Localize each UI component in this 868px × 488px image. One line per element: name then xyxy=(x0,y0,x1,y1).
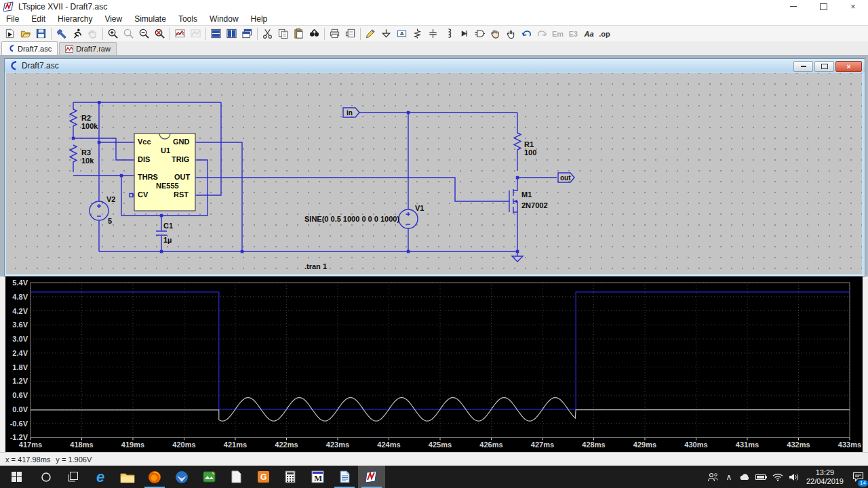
inner-minimize-button[interactable] xyxy=(793,61,813,72)
menu-tools[interactable]: Tools xyxy=(172,14,203,24)
taskbar-file-explorer[interactable] xyxy=(114,466,141,488)
tile-horizontal-icon[interactable] xyxy=(208,26,224,41)
menu-view[interactable]: View xyxy=(98,14,128,24)
u1-part-number[interactable]: NE555 xyxy=(156,182,179,190)
component-c1-value[interactable]: 1µ xyxy=(163,236,172,244)
em-icon: Em xyxy=(550,26,566,41)
taskbar-calculator[interactable] xyxy=(277,466,304,488)
component-v2-name[interactable]: V2 xyxy=(106,195,115,203)
u1-pin-vcc: Vcc xyxy=(138,138,151,146)
net-label-out[interactable]: out xyxy=(560,174,571,182)
paste-icon[interactable] xyxy=(291,26,307,41)
taskbar-ltspice[interactable] xyxy=(358,466,385,488)
inductor-icon[interactable] xyxy=(441,26,456,41)
trace-out-gated-sine xyxy=(31,398,850,422)
find-icon[interactable] xyxy=(307,26,322,41)
inner-maximize-button[interactable] xyxy=(814,61,834,72)
component-v1-name[interactable]: V1 xyxy=(415,204,424,212)
wire-pencil-icon[interactable] xyxy=(363,26,378,41)
zoom-out-icon[interactable] xyxy=(136,26,152,41)
control-panel-hammer-icon[interactable] xyxy=(54,26,69,41)
text-icon[interactable]: Aa xyxy=(581,26,597,41)
u1-pin-trig: TRIG xyxy=(172,156,189,163)
menu-hierarchy[interactable]: Hierarchy xyxy=(52,14,98,24)
new-schematic-icon[interactable] xyxy=(2,26,18,41)
component-m1-value[interactable]: 2N7002 xyxy=(521,201,548,209)
taskbar-firefox[interactable] xyxy=(141,466,168,488)
svg-text:3.6V: 3.6V xyxy=(12,321,28,329)
capacitor-icon[interactable] xyxy=(425,26,441,41)
schematic-canvas[interactable]: R2100k R310k V2 5 C1 1µ V1 SINE(0 0.5 10… xyxy=(6,73,862,274)
diode-icon[interactable] xyxy=(456,26,472,41)
close-button[interactable]: × xyxy=(838,0,868,13)
component-r2[interactable]: R2100k xyxy=(81,114,98,130)
zoom-extents-icon[interactable] xyxy=(152,26,167,41)
spice-directive-icon[interactable]: .op xyxy=(597,26,612,41)
component-r3[interactable]: R310k xyxy=(81,148,94,165)
component-v2-value[interactable]: 5 xyxy=(108,217,112,225)
wifi-icon[interactable] xyxy=(770,466,786,488)
open-file-icon[interactable] xyxy=(18,26,33,41)
action-center-button[interactable]: 14 xyxy=(848,466,868,488)
component-c1-name[interactable]: C1 xyxy=(163,222,173,230)
onedrive-cloud-icon[interactable] xyxy=(737,466,753,488)
people-icon[interactable] xyxy=(705,466,721,488)
speaker-icon[interactable] xyxy=(786,466,802,488)
net-label-in[interactable]: in xyxy=(347,109,353,117)
waveform-chart[interactable]: 5.4V4.8V4.2V3.6V3.0V2.4V1.8V1.2V0.6V0.0V… xyxy=(5,277,863,452)
taskbar-thunderbird[interactable] xyxy=(168,466,195,488)
menu-window[interactable]: Window xyxy=(203,14,245,24)
menu-help[interactable]: Help xyxy=(245,14,274,24)
taskbar-math-app[interactable]: M xyxy=(304,466,331,488)
orange-g-app-icon: G xyxy=(257,470,270,483)
spice-directive-text[interactable]: .tran 1 xyxy=(304,262,327,270)
save-icon[interactable] xyxy=(33,26,49,41)
restore-button[interactable] xyxy=(808,0,838,13)
search-button[interactable] xyxy=(33,466,60,488)
tab-draft7-raw[interactable]: Draft7.raw xyxy=(59,42,117,55)
zoom-in-icon[interactable] xyxy=(105,26,121,41)
schematic-window-titlebar[interactable]: Draft7.asc × xyxy=(5,59,865,73)
print-preview-icon[interactable] xyxy=(342,26,358,41)
ground-icon[interactable] xyxy=(378,26,394,41)
ltspice-logo-icon xyxy=(3,1,14,12)
drag-hand-icon[interactable] xyxy=(503,26,519,41)
u1-pin-out: OUT xyxy=(174,174,190,181)
minimize-button[interactable] xyxy=(778,0,808,13)
component-v1-value[interactable]: SINE(0 0.5 1000 0 0 0 1000) xyxy=(304,215,399,223)
print-icon[interactable] xyxy=(327,26,342,41)
thunderbird-icon xyxy=(175,470,189,484)
tab-draft7-asc[interactable]: Draft7.asc xyxy=(1,41,58,55)
tray-chevron-up-icon[interactable]: ∧ xyxy=(721,466,737,488)
svg-text:4.8V: 4.8V xyxy=(12,293,28,301)
autorange-plot-icon[interactable] xyxy=(172,26,188,41)
component-gate-icon[interactable] xyxy=(472,26,488,41)
run-icon[interactable] xyxy=(69,26,85,41)
svg-text:5.4V: 5.4V xyxy=(12,279,28,287)
start-button[interactable] xyxy=(0,466,33,488)
inner-close-button[interactable]: × xyxy=(835,61,862,72)
menu-simulate[interactable]: Simulate xyxy=(128,14,172,24)
menu-file[interactable]: File xyxy=(0,14,25,24)
taskbar-writer[interactable] xyxy=(331,466,358,488)
menu-edit[interactable]: Edit xyxy=(25,14,52,24)
taskbar-orange-g-app[interactable]: G xyxy=(250,466,277,488)
undo-icon[interactable] xyxy=(519,26,534,41)
copy-icon[interactable] xyxy=(275,26,291,41)
cascade-windows-icon[interactable] xyxy=(239,26,255,41)
waveform-plot-pane[interactable]: 5.4V4.8V4.2V3.6V3.0V2.4V1.8V1.2V0.6V0.0V… xyxy=(5,277,863,452)
u1-refdes[interactable]: U1 xyxy=(161,147,170,155)
tile-vertical-icon[interactable] xyxy=(224,26,239,41)
taskbar-image-tool[interactable] xyxy=(195,466,222,488)
component-r1[interactable]: R1100 xyxy=(524,140,536,157)
cut-icon[interactable] xyxy=(260,26,275,41)
net-label-icon[interactable]: A xyxy=(394,26,410,41)
move-hand-icon[interactable] xyxy=(488,26,503,41)
component-m1-name[interactable]: M1 xyxy=(521,190,532,199)
task-view-button[interactable] xyxy=(60,466,87,488)
taskbar-edge[interactable]: e xyxy=(87,466,114,488)
resistor-icon[interactable] xyxy=(410,26,425,41)
battery-icon[interactable] xyxy=(753,466,770,488)
taskbar-libreoffice[interactable] xyxy=(222,466,250,488)
clock[interactable]: 13:29 22/04/2019 xyxy=(802,468,848,486)
